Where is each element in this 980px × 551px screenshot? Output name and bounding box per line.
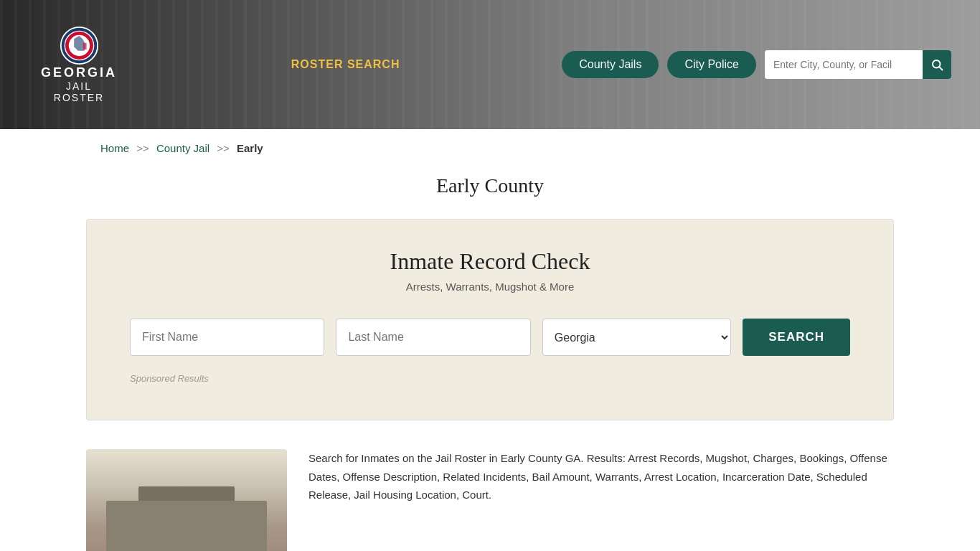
hero-header: GEORGIA JAIL ROSTER ROSTER SEARCH County…: [0, 0, 980, 129]
card-subtitle: Arrests, Warrants, Mugshot & More: [130, 281, 850, 293]
roster-search-link[interactable]: ROSTER SEARCH: [291, 58, 400, 71]
first-name-input[interactable]: [130, 319, 324, 356]
georgia-seal-icon: [60, 26, 99, 65]
breadcrumb: Home >> County Jail >> Early: [0, 129, 980, 167]
jail-image-inner: [86, 449, 287, 551]
breadcrumb-sep2: >>: [217, 142, 230, 154]
header-search-button[interactable]: [923, 50, 951, 79]
bottom-section: Search for Inmates on the Jail Roster in…: [0, 449, 980, 551]
inmate-record-card: Inmate Record Check Arrests, Warrants, M…: [86, 219, 894, 420]
svg-rect-3: [83, 43, 87, 50]
breadcrumb-current: Early: [237, 142, 263, 154]
jail-image: [86, 449, 287, 551]
last-name-input[interactable]: [336, 319, 530, 356]
site-logo: GEORGIA JAIL ROSTER: [29, 26, 129, 103]
page-title: Early County: [0, 174, 980, 197]
search-icon: [930, 58, 943, 71]
header-search-bar: [765, 50, 951, 79]
svg-line-5: [939, 67, 942, 70]
breadcrumb-sep1: >>: [136, 142, 149, 154]
search-record-button[interactable]: SEARCH: [743, 319, 850, 356]
breadcrumb-county-jail[interactable]: County Jail: [156, 142, 209, 154]
header-search-input[interactable]: [765, 50, 923, 79]
card-title: Inmate Record Check: [130, 248, 850, 275]
county-jails-button[interactable]: County Jails: [562, 51, 659, 78]
state-select[interactable]: AlabamaAlaskaArizonaArkansasCaliforniaCo…: [542, 319, 731, 356]
logo-jail: JAIL: [66, 80, 92, 92]
nav-right: County Jails City Police: [562, 50, 951, 79]
page-title-wrap: Early County: [0, 167, 980, 219]
city-police-button[interactable]: City Police: [667, 51, 756, 78]
breadcrumb-home[interactable]: Home: [100, 142, 129, 154]
logo-georgia: GEORGIA: [41, 65, 117, 80]
description-text: Search for Inmates on the Jail Roster in…: [308, 449, 894, 504]
center-nav: ROSTER SEARCH: [151, 58, 540, 71]
logo-roster: ROSTER: [54, 92, 104, 103]
search-form-row: AlabamaAlaskaArizonaArkansasCaliforniaCo…: [130, 319, 850, 356]
building-silhouette: [106, 501, 267, 551]
sponsored-results-label: Sponsored Results: [130, 373, 850, 384]
